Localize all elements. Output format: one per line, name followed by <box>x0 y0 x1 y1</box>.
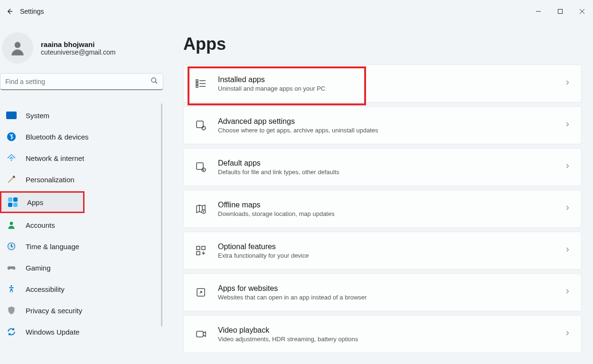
card-title: Optional features <box>218 243 564 251</box>
nav-label: Accounts <box>26 221 55 229</box>
nav-accessibility[interactable]: Accessibility <box>0 280 160 299</box>
back-button[interactable] <box>4 6 15 17</box>
card-subtitle: Video adjustments, HDR streaming, batter… <box>218 336 564 343</box>
window-controls <box>527 4 593 19</box>
nav-label: Time & language <box>26 243 79 251</box>
websites-icon <box>194 286 207 299</box>
brush-icon <box>6 174 17 185</box>
nav-accounts[interactable]: Accounts <box>0 215 160 234</box>
gaming-icon <box>6 262 17 273</box>
default-apps-icon <box>194 160 207 174</box>
video-icon <box>194 327 207 341</box>
nav-label: Apps <box>27 198 43 206</box>
svg-point-4 <box>15 42 21 48</box>
nav-label: Privacy & security <box>26 307 82 315</box>
chevron-right-icon <box>564 288 571 297</box>
main-content: Apps Installed apps Uninstall and manage… <box>165 23 593 364</box>
svg-rect-1 <box>558 9 563 14</box>
svg-rect-12 <box>196 80 198 82</box>
card-title: Installed apps <box>218 75 564 84</box>
bluetooth-icon <box>6 131 17 142</box>
user-email: cuteuniverse@gmail.com <box>41 48 115 56</box>
card-title: Video playback <box>218 326 564 335</box>
user-profile[interactable]: raaina bhojwani cuteuniverse@gmail.com <box>2 32 165 73</box>
chevron-right-icon <box>564 79 571 88</box>
nav-label: Personalization <box>26 176 75 184</box>
maximize-button[interactable] <box>549 4 571 19</box>
card-video-playback[interactable]: Video playback Video adjustments, HDR st… <box>183 315 582 353</box>
card-subtitle: Choose where to get apps, archive apps, … <box>218 127 564 134</box>
chevron-right-icon <box>564 246 571 255</box>
chevron-right-icon <box>564 330 571 338</box>
nav-gaming[interactable]: Gaming <box>0 258 160 277</box>
settings-list: Installed apps Uninstall and manage apps… <box>183 65 582 353</box>
system-icon <box>6 110 17 121</box>
card-apps-for-websites[interactable]: Apps for websites Websites that can open… <box>183 273 582 311</box>
apps-icon <box>7 196 19 208</box>
svg-point-11 <box>10 285 12 287</box>
search-box[interactable] <box>0 73 163 90</box>
svg-rect-13 <box>196 83 198 84</box>
card-subtitle: Uninstall and manage apps on your PC <box>218 85 564 92</box>
maps-icon <box>194 202 207 215</box>
svg-point-9 <box>10 222 13 225</box>
minimize-button[interactable] <box>527 4 549 19</box>
card-subtitle: Defaults for file and link types, other … <box>218 168 564 176</box>
svg-point-8 <box>11 159 12 161</box>
nav-network[interactable]: Network & internet <box>0 149 160 168</box>
nav-time[interactable]: Time & language <box>0 237 160 256</box>
card-title: Offline maps <box>218 201 564 209</box>
svg-point-5 <box>151 78 156 82</box>
clock-icon <box>6 241 17 252</box>
card-title: Advanced app settings <box>218 117 564 126</box>
accounts-icon <box>6 219 17 231</box>
search-icon <box>151 77 158 86</box>
page-title: Apps <box>183 34 582 54</box>
optional-features-icon <box>194 244 207 257</box>
card-title: Default apps <box>218 159 564 168</box>
card-offline-maps[interactable]: Offline maps Downloads, storage location… <box>183 190 582 228</box>
card-subtitle: Downloads, storage location, map updates <box>218 210 564 217</box>
close-button[interactable] <box>571 4 593 19</box>
svg-rect-24 <box>202 246 205 250</box>
nav-bluetooth[interactable]: Bluetooth & devices <box>0 127 160 146</box>
shield-icon <box>6 305 17 316</box>
card-advanced-app-settings[interactable]: Advanced app settings Choose where to ge… <box>183 106 582 144</box>
svg-rect-27 <box>197 331 203 337</box>
nav-system[interactable]: System <box>0 106 160 125</box>
nav-label: System <box>26 112 49 120</box>
card-title: Apps for websites <box>218 284 564 293</box>
advanced-icon <box>194 119 207 132</box>
nav-update[interactable]: Windows Update <box>0 322 160 341</box>
nav-personalization[interactable]: Personalization <box>0 170 160 189</box>
card-subtitle: Extra functionality for your device <box>218 252 564 259</box>
avatar <box>2 32 33 64</box>
search-input[interactable] <box>5 78 151 85</box>
nav-label: Network & internet <box>26 154 84 162</box>
card-default-apps[interactable]: Default apps Defaults for file and link … <box>183 148 582 186</box>
svg-rect-25 <box>197 252 200 255</box>
accessibility-icon <box>6 283 17 295</box>
svg-line-6 <box>155 82 157 84</box>
highlight-apps: Apps <box>0 191 85 213</box>
user-name: raaina bhojwani <box>41 40 115 48</box>
card-subtitle: Websites that can open in an app instead… <box>218 294 564 301</box>
nav-label: Windows Update <box>26 328 79 336</box>
titlebar: Settings <box>0 0 593 23</box>
card-optional-features[interactable]: Optional features Extra functionality fo… <box>183 232 582 270</box>
chevron-right-icon <box>564 205 571 213</box>
nav-privacy[interactable]: Privacy & security <box>0 301 160 320</box>
wifi-icon <box>6 152 17 164</box>
nav-label: Accessibility <box>26 285 65 293</box>
update-icon <box>6 326 17 337</box>
svg-rect-23 <box>197 246 200 250</box>
window-title: Settings <box>20 8 44 15</box>
installed-apps-icon <box>194 77 207 90</box>
nav: System Bluetooth & devices Network & int… <box>0 99 165 364</box>
svg-rect-14 <box>196 85 198 87</box>
nav-label: Gaming <box>26 264 51 272</box>
card-installed-apps[interactable]: Installed apps Uninstall and manage apps… <box>183 65 582 103</box>
sidebar: raaina bhojwani cuteuniverse@gmail.com S… <box>0 23 165 364</box>
chevron-right-icon <box>564 121 571 130</box>
nav-apps[interactable]: Apps <box>1 193 83 212</box>
